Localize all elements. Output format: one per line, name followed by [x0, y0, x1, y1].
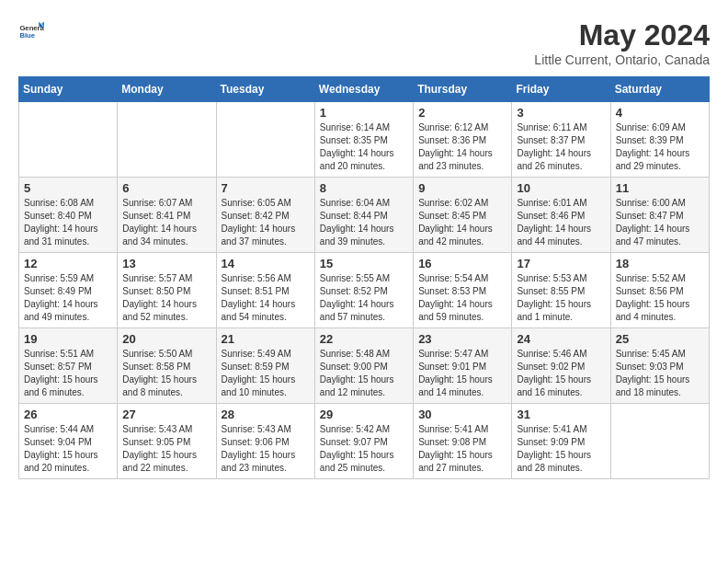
- calendar-cell: 16Sunrise: 5:54 AM Sunset: 8:53 PM Dayli…: [414, 253, 512, 328]
- calendar-cell: 7Sunrise: 6:05 AM Sunset: 8:42 PM Daylig…: [216, 178, 314, 253]
- day-info: Sunrise: 5:47 AM Sunset: 9:01 PM Dayligh…: [418, 348, 506, 399]
- weekday-header-tuesday: Tuesday: [216, 77, 314, 102]
- day-number: 21: [222, 332, 310, 346]
- day-info: Sunrise: 5:43 AM Sunset: 9:05 PM Dayligh…: [122, 423, 210, 475]
- calendar-cell: 25Sunrise: 5:45 AM Sunset: 9:03 PM Dayli…: [610, 328, 709, 404]
- day-info: Sunrise: 5:54 AM Sunset: 8:53 PM Dayligh…: [418, 272, 506, 324]
- day-number: 6: [122, 181, 210, 195]
- calendar-cell: 24Sunrise: 5:46 AM Sunset: 9:02 PM Dayli…: [512, 328, 610, 404]
- day-number: 3: [517, 106, 605, 120]
- day-number: 12: [24, 257, 112, 270]
- calendar-cell: 4Sunrise: 6:09 AM Sunset: 8:39 PM Daylig…: [610, 102, 709, 178]
- day-info: Sunrise: 5:49 AM Sunset: 8:59 PM Dayligh…: [222, 348, 310, 399]
- day-number: 19: [24, 332, 112, 346]
- day-number: 17: [517, 257, 605, 270]
- calendar-cell: 1Sunrise: 6:14 AM Sunset: 8:35 PM Daylig…: [314, 102, 413, 178]
- calendar-body: 1Sunrise: 6:14 AM Sunset: 8:35 PM Daylig…: [19, 102, 710, 479]
- weekday-header-wednesday: Wednesday: [314, 77, 413, 102]
- calendar-cell: 22Sunrise: 5:48 AM Sunset: 9:00 PM Dayli…: [314, 328, 413, 404]
- calendar-cell: 30Sunrise: 5:41 AM Sunset: 9:08 PM Dayli…: [414, 404, 512, 479]
- day-number: 30: [418, 408, 506, 421]
- day-info: Sunrise: 5:44 AM Sunset: 9:04 PM Dayligh…: [24, 423, 112, 475]
- calendar-cell: 5Sunrise: 6:08 AM Sunset: 8:40 PM Daylig…: [19, 178, 118, 253]
- calendar-cell: 6Sunrise: 6:07 AM Sunset: 8:41 PM Daylig…: [118, 178, 216, 253]
- calendar-cell: 10Sunrise: 6:01 AM Sunset: 8:46 PM Dayli…: [512, 178, 610, 253]
- weekday-header-sunday: Sunday: [19, 77, 118, 102]
- day-number: 4: [616, 106, 704, 120]
- day-info: Sunrise: 6:12 AM Sunset: 8:36 PM Dayligh…: [418, 121, 506, 173]
- svg-text:Blue: Blue: [19, 31, 35, 40]
- month-title: May 2024: [534, 18, 710, 52]
- day-info: Sunrise: 5:46 AM Sunset: 9:02 PM Dayligh…: [517, 348, 605, 399]
- day-number: 26: [24, 408, 112, 421]
- day-number: 7: [222, 181, 310, 195]
- calendar-cell: 3Sunrise: 6:11 AM Sunset: 8:37 PM Daylig…: [512, 102, 610, 178]
- day-number: 27: [122, 408, 210, 421]
- day-info: Sunrise: 5:50 AM Sunset: 8:58 PM Dayligh…: [122, 348, 210, 399]
- calendar-cell: 14Sunrise: 5:56 AM Sunset: 8:51 PM Dayli…: [216, 253, 314, 328]
- day-number: 8: [320, 181, 408, 195]
- calendar-cell: 13Sunrise: 5:57 AM Sunset: 8:50 PM Dayli…: [118, 253, 216, 328]
- calendar-cell: [118, 102, 216, 178]
- day-number: 2: [418, 106, 506, 120]
- day-info: Sunrise: 5:41 AM Sunset: 9:08 PM Dayligh…: [418, 423, 506, 475]
- calendar-cell: 19Sunrise: 5:51 AM Sunset: 8:57 PM Dayli…: [19, 328, 118, 404]
- day-number: 22: [320, 332, 408, 346]
- calendar-cell: 2Sunrise: 6:12 AM Sunset: 8:36 PM Daylig…: [414, 102, 512, 178]
- calendar-cell: [610, 404, 709, 479]
- day-number: 24: [517, 332, 605, 346]
- calendar-cell: 18Sunrise: 5:52 AM Sunset: 8:56 PM Dayli…: [610, 253, 709, 328]
- calendar-cell: 23Sunrise: 5:47 AM Sunset: 9:01 PM Dayli…: [414, 328, 512, 404]
- day-info: Sunrise: 5:42 AM Sunset: 9:07 PM Dayligh…: [320, 423, 408, 475]
- calendar-cell: 26Sunrise: 5:44 AM Sunset: 9:04 PM Dayli…: [19, 404, 118, 479]
- calendar-cell: 20Sunrise: 5:50 AM Sunset: 8:58 PM Dayli…: [118, 328, 216, 404]
- day-info: Sunrise: 6:01 AM Sunset: 8:46 PM Dayligh…: [517, 197, 605, 248]
- day-info: Sunrise: 5:57 AM Sunset: 8:50 PM Dayligh…: [122, 272, 210, 324]
- calendar-cell: [19, 102, 118, 178]
- day-info: Sunrise: 6:02 AM Sunset: 8:45 PM Dayligh…: [418, 197, 506, 248]
- day-info: Sunrise: 5:43 AM Sunset: 9:06 PM Dayligh…: [222, 423, 310, 475]
- day-number: 20: [122, 332, 210, 346]
- day-info: Sunrise: 5:55 AM Sunset: 8:52 PM Dayligh…: [320, 272, 408, 324]
- title-block: May 2024 Little Current, Ontario, Canada: [534, 18, 710, 67]
- day-info: Sunrise: 5:53 AM Sunset: 8:55 PM Dayligh…: [517, 272, 605, 324]
- week-row-4: 26Sunrise: 5:44 AM Sunset: 9:04 PM Dayli…: [19, 404, 710, 479]
- day-info: Sunrise: 5:45 AM Sunset: 9:03 PM Dayligh…: [616, 348, 704, 399]
- day-info: Sunrise: 6:09 AM Sunset: 8:39 PM Dayligh…: [616, 121, 704, 173]
- week-row-3: 19Sunrise: 5:51 AM Sunset: 8:57 PM Dayli…: [19, 328, 710, 404]
- calendar-cell: [216, 102, 314, 178]
- day-number: 5: [24, 181, 112, 195]
- calendar-cell: 29Sunrise: 5:42 AM Sunset: 9:07 PM Dayli…: [314, 404, 413, 479]
- week-row-2: 12Sunrise: 5:59 AM Sunset: 8:49 PM Dayli…: [19, 253, 710, 328]
- week-row-0: 1Sunrise: 6:14 AM Sunset: 8:35 PM Daylig…: [19, 102, 710, 178]
- day-info: Sunrise: 6:04 AM Sunset: 8:44 PM Dayligh…: [320, 197, 408, 248]
- week-row-1: 5Sunrise: 6:08 AM Sunset: 8:40 PM Daylig…: [19, 178, 710, 253]
- day-info: Sunrise: 5:52 AM Sunset: 8:56 PM Dayligh…: [616, 272, 704, 324]
- day-info: Sunrise: 6:11 AM Sunset: 8:37 PM Dayligh…: [517, 121, 605, 173]
- day-number: 23: [418, 332, 506, 346]
- day-number: 13: [122, 257, 210, 270]
- day-number: 15: [320, 257, 408, 270]
- logo-icon: General Blue: [18, 18, 44, 44]
- calendar-cell: 12Sunrise: 5:59 AM Sunset: 8:49 PM Dayli…: [19, 253, 118, 328]
- calendar-cell: 11Sunrise: 6:00 AM Sunset: 8:47 PM Dayli…: [610, 178, 709, 253]
- calendar-cell: 17Sunrise: 5:53 AM Sunset: 8:55 PM Dayli…: [512, 253, 610, 328]
- day-number: 9: [418, 181, 506, 195]
- day-info: Sunrise: 6:07 AM Sunset: 8:41 PM Dayligh…: [122, 197, 210, 248]
- day-number: 16: [418, 257, 506, 270]
- weekday-header-saturday: Saturday: [610, 77, 709, 102]
- calendar-cell: 9Sunrise: 6:02 AM Sunset: 8:45 PM Daylig…: [414, 178, 512, 253]
- calendar-cell: 21Sunrise: 5:49 AM Sunset: 8:59 PM Dayli…: [216, 328, 314, 404]
- day-number: 28: [222, 408, 310, 421]
- day-info: Sunrise: 6:00 AM Sunset: 8:47 PM Dayligh…: [616, 197, 704, 248]
- day-info: Sunrise: 5:59 AM Sunset: 8:49 PM Dayligh…: [24, 272, 112, 324]
- page-header: General Blue May 2024 Little Current, On…: [18, 18, 710, 67]
- day-number: 31: [517, 408, 605, 421]
- day-number: 29: [320, 408, 408, 421]
- day-number: 18: [616, 257, 704, 270]
- weekday-header-monday: Monday: [118, 77, 216, 102]
- calendar-cell: 8Sunrise: 6:04 AM Sunset: 8:44 PM Daylig…: [314, 178, 413, 253]
- day-info: Sunrise: 5:56 AM Sunset: 8:51 PM Dayligh…: [222, 272, 310, 324]
- day-info: Sunrise: 5:41 AM Sunset: 9:09 PM Dayligh…: [517, 423, 605, 475]
- weekday-header-row: SundayMondayTuesdayWednesdayThursdayFrid…: [19, 77, 710, 102]
